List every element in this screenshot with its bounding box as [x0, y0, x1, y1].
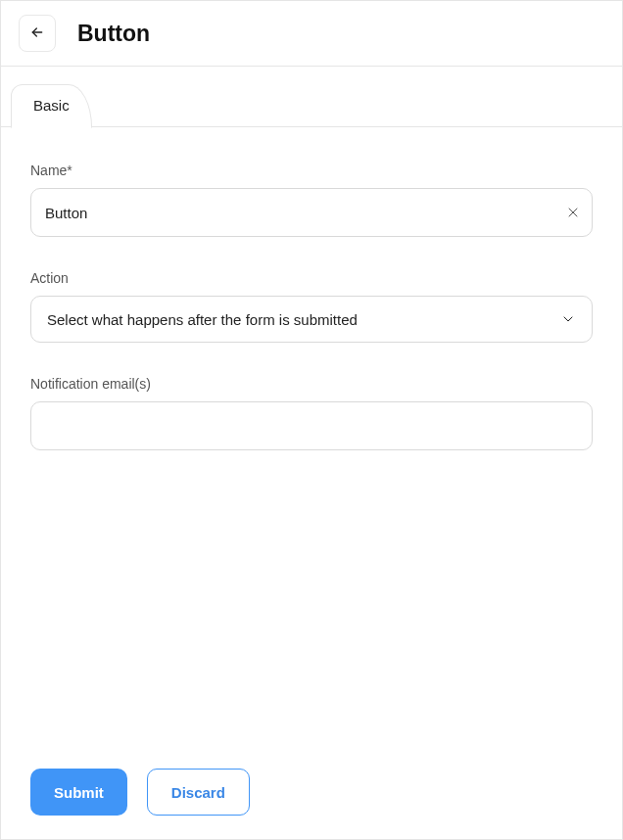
page-title: Button: [77, 21, 150, 47]
header: Button: [1, 1, 622, 67]
tab-basic[interactable]: Basic: [11, 84, 92, 128]
name-label: Name*: [30, 163, 593, 178]
tab-label: Basic: [33, 97, 70, 114]
footer-actions: Submit Discard: [30, 769, 593, 819]
submit-button[interactable]: Submit: [30, 769, 127, 816]
clear-icon[interactable]: [567, 207, 579, 218]
emails-input[interactable]: [30, 401, 593, 450]
tabs-row: Basic: [1, 84, 622, 127]
field-emails: Notification email(s): [30, 376, 593, 450]
back-button[interactable]: [19, 15, 56, 52]
page-container: Button Basic Name* Action Select what ha…: [0, 0, 623, 840]
name-input-wrapper: [30, 188, 593, 237]
action-label: Action: [30, 270, 593, 286]
field-action: Action Select what happens after the for…: [30, 270, 593, 343]
name-input[interactable]: [30, 188, 593, 237]
arrow-left-icon: [29, 24, 45, 43]
field-name: Name*: [30, 163, 593, 237]
discard-button[interactable]: Discard: [147, 769, 250, 816]
chevron-down-icon: [560, 311, 576, 327]
emails-label: Notification email(s): [30, 376, 593, 392]
form-area: Name* Action Select what happens after t…: [1, 127, 622, 839]
action-select[interactable]: Select what happens after the form is su…: [30, 296, 593, 343]
action-placeholder: Select what happens after the form is su…: [47, 311, 358, 328]
